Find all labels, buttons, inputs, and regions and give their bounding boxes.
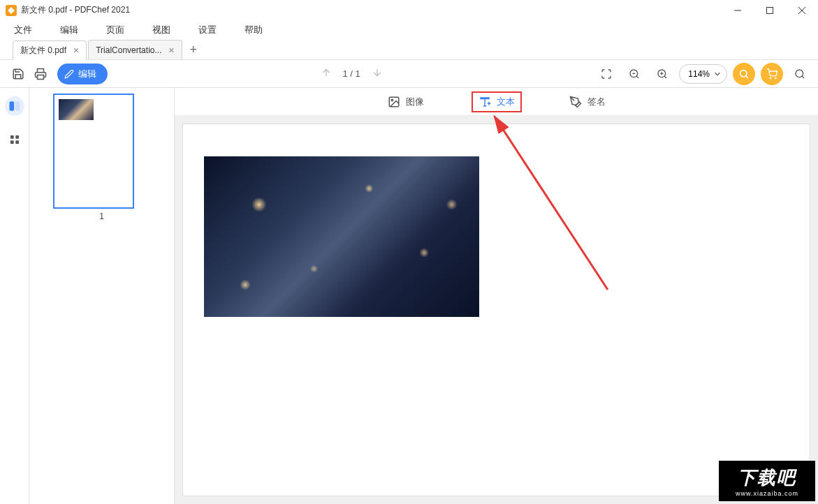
embedded-image[interactable]	[204, 156, 479, 317]
edit-mode-button[interactable]: 编辑	[57, 64, 108, 84]
zoom-dropdown[interactable]: 114%	[679, 64, 727, 84]
tab-file-0[interactable]: 新文件 0.pdf ×	[13, 40, 87, 60]
next-page-button[interactable]	[372, 67, 383, 80]
tab-close-icon[interactable]: ×	[168, 45, 174, 56]
svg-rect-22	[10, 135, 14, 139]
svg-rect-25	[15, 140, 19, 144]
save-button[interactable]	[7, 63, 29, 85]
svg-rect-20	[9, 101, 14, 110]
thumbnail-number: 1	[53, 212, 150, 221]
svg-rect-4	[38, 75, 44, 79]
cart-button[interactable]	[761, 63, 783, 85]
pdf-page[interactable]	[183, 124, 810, 496]
print-button[interactable]	[29, 63, 52, 85]
insert-text-button[interactable]: 文本	[472, 91, 522, 112]
watermark: 下载吧 www.xiazaiba.com	[719, 461, 815, 501]
menu-bar: 文件 编辑 页面 视图 设置 帮助	[0, 21, 818, 39]
watermark-url: www.xiazaiba.com	[736, 490, 798, 497]
minimize-button[interactable]	[722, 0, 754, 21]
main-area: 1 图像 文本 签名	[0, 88, 818, 504]
tab-add-button[interactable]: +	[184, 40, 203, 59]
search-button[interactable]	[789, 63, 811, 85]
insert-image-label: 图像	[406, 96, 424, 108]
svg-rect-23	[15, 135, 19, 139]
thumbnail-image	[59, 99, 94, 120]
menu-page[interactable]: 页面	[106, 24, 124, 36]
menu-help[interactable]: 帮助	[244, 24, 263, 36]
tab-label: TrialConvertatio...	[96, 45, 161, 55]
svg-rect-24	[10, 140, 14, 144]
page-thumbnail[interactable]	[53, 94, 134, 209]
app-icon	[6, 5, 17, 16]
svg-point-18	[796, 70, 803, 77]
insert-text-label: 文本	[497, 96, 515, 108]
close-button[interactable]	[786, 0, 818, 21]
insert-signature-button[interactable]: 签名	[564, 93, 611, 111]
thumbnails-panel-button[interactable]	[5, 96, 24, 116]
tab-file-1[interactable]: TrialConvertatio... ×	[88, 40, 182, 59]
menu-settings[interactable]: 设置	[198, 24, 217, 36]
thumbnail-panel: 1	[29, 88, 175, 504]
grid-panel-button[interactable]	[5, 130, 24, 149]
svg-rect-1	[767, 7, 773, 13]
svg-rect-21	[15, 101, 20, 110]
tab-close-icon[interactable]: ×	[73, 45, 79, 56]
insert-image-button[interactable]: 图像	[382, 93, 430, 111]
svg-point-16	[770, 77, 770, 78]
prev-page-button[interactable]	[321, 67, 332, 80]
zoom-value: 114%	[688, 69, 710, 79]
svg-line-15	[746, 75, 748, 77]
insert-signature-label: 签名	[587, 96, 606, 108]
svg-point-14	[740, 70, 747, 76]
svg-point-27	[391, 99, 393, 101]
svg-line-8	[636, 76, 638, 78]
watermark-text: 下载吧	[738, 466, 796, 490]
left-sidebar	[0, 88, 29, 504]
zoom-in-button[interactable]	[651, 63, 673, 85]
window-title: 新文件 0.pdf - PDFChef 2021	[21, 4, 130, 16]
tab-bar: 新文件 0.pdf × TrialConvertatio... × +	[0, 39, 818, 60]
edit-toolbar: 图像 文本 签名	[175, 88, 818, 116]
menu-view[interactable]: 视图	[152, 24, 170, 36]
title-bar: 新文件 0.pdf - PDFChef 2021	[0, 0, 818, 21]
toolbar: 编辑 1 / 1 114%	[0, 60, 818, 88]
menu-edit[interactable]: 编辑	[60, 24, 78, 36]
page-indicator: 1 / 1	[343, 68, 360, 79]
zoom-out-button[interactable]	[623, 63, 645, 85]
menu-file[interactable]: 文件	[14, 24, 32, 36]
fullscreen-button[interactable]	[595, 63, 618, 85]
maximize-button[interactable]	[754, 0, 786, 21]
svg-line-19	[802, 76, 804, 78]
document-canvas[interactable]: 图像 文本 签名	[175, 88, 818, 504]
search-highlight-button[interactable]	[733, 63, 755, 85]
tab-label: 新文件 0.pdf	[20, 45, 66, 57]
svg-point-17	[775, 77, 776, 78]
edit-label: 编辑	[78, 68, 96, 80]
svg-line-11	[664, 76, 666, 78]
